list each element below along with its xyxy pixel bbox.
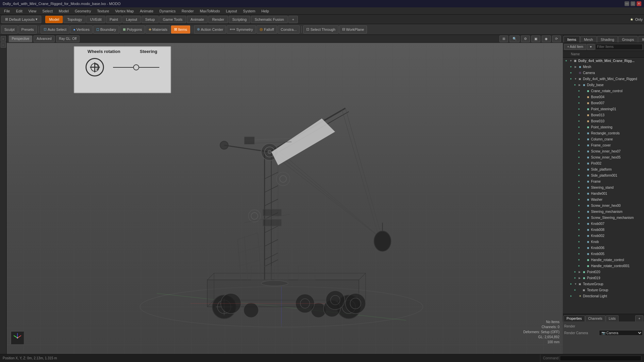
eye-knob006[interactable]: ●: [576, 245, 582, 250]
tree-item-knob007[interactable]: ● ◼ Knob007: [563, 221, 644, 227]
tree-item-directional-light[interactable]: ● ☀ Directional Light: [563, 293, 644, 299]
expand-bone004[interactable]: [582, 95, 586, 99]
maximize-button[interactable]: □: [631, 1, 635, 6]
tab-properties[interactable]: Properties: [564, 315, 585, 321]
menu-help[interactable]: Help: [259, 8, 272, 14]
tree-item-mesh[interactable]: ● ▶ ◼ Mesh: [563, 64, 644, 70]
expand-texture-group[interactable]: [578, 288, 582, 292]
eye-knob[interactable]: ●: [576, 239, 582, 244]
ray-gl-button[interactable]: Ray GL: Off: [56, 36, 80, 42]
viewport[interactable]: Perspective Advanced Ray GL: Off ⊞ 🔍 ⚙ ▣…: [7, 35, 563, 354]
expand-mesh[interactable]: ▶: [574, 65, 578, 69]
tab-mesh[interactable]: Mesh: [580, 36, 597, 43]
props-expand-btn[interactable]: +: [635, 315, 643, 321]
eye-frame[interactable]: ●: [576, 179, 582, 184]
tree-item-screw-steering[interactable]: ● ◼ Screw_Steering_mechanism: [563, 215, 644, 221]
tree-item-camera[interactable]: ● ⊡ Camera: [563, 70, 644, 76]
eye-dolly-base[interactable]: ●: [572, 82, 578, 87]
menu-system[interactable]: System: [240, 8, 258, 14]
expand-point-steering01[interactable]: [582, 107, 586, 111]
eye-handle-rotate001[interactable]: ●: [576, 263, 582, 268]
eye-texture-group[interactable]: ●: [572, 287, 578, 293]
eye-texture-group-item[interactable]: ●: [568, 281, 574, 287]
expand-pin002[interactable]: [582, 161, 586, 165]
tree-item-handle-rotate[interactable]: ● ◼ Handle_rotate_control: [563, 257, 644, 263]
items-tree[interactable]: ● ▼ ▣ Dolly_4x4_with_Mini_Crane_Rigg... …: [563, 58, 644, 314]
expand-knob008[interactable]: [582, 228, 586, 232]
presets-button[interactable]: Presets: [18, 25, 37, 34]
tree-item-point019[interactable]: ● ▶ ◼ Point019: [563, 275, 644, 281]
tree-item-handle001[interactable]: ● ◼ Handle001: [563, 190, 644, 196]
tree-item-steering-mechanism[interactable]: ● ◼ Steering_mechanism: [563, 208, 644, 215]
eye-side-platform[interactable]: ●: [576, 167, 582, 172]
eye-screw-hex05[interactable]: ●: [576, 155, 582, 160]
expand-bone010[interactable]: [582, 119, 586, 123]
tab-topology[interactable]: Topology: [63, 16, 86, 23]
vp-icon-3[interactable]: ⚙: [521, 36, 530, 42]
eye-icon-mesh[interactable]: ●: [568, 64, 574, 69]
expand-dolly-base[interactable]: ▶: [578, 83, 582, 87]
eye-knob005[interactable]: ●: [576, 251, 582, 256]
expand-washer[interactable]: [582, 197, 586, 201]
eye-screw-steering[interactable]: ●: [576, 215, 582, 220]
tab-gametools[interactable]: Game Tools: [159, 16, 186, 23]
tab-items[interactable]: Items: [564, 36, 580, 43]
tree-item-column-crane[interactable]: ● ◼ Column_crane: [563, 136, 644, 142]
tree-item-root[interactable]: ● ▼ ▣ Dolly_4x4_with_Mini_Crane_Rigg...: [563, 58, 644, 64]
expand-bone013[interactable]: [582, 113, 586, 117]
tree-item-side-platform[interactable]: ● ◼ Side_platform: [563, 166, 644, 172]
eye-steering-stand[interactable]: ●: [576, 185, 582, 190]
tree-item-screw-hex00[interactable]: ● ◼ Screw_inner_hex00: [563, 202, 644, 208]
expand-steering-mechanism[interactable]: [582, 209, 586, 214]
expand-side-platform[interactable]: [582, 167, 586, 171]
eye-handle-rotate[interactable]: ●: [576, 257, 582, 262]
boundary-button[interactable]: ◻ Boundary: [93, 25, 119, 34]
close-button[interactable]: ✕: [637, 1, 641, 6]
tree-item-bone013[interactable]: ● ◼ Bone013: [563, 112, 644, 118]
materials-button[interactable]: ◈ Materials: [146, 25, 170, 34]
tree-item-bone004[interactable]: ● ◼ Bone004: [563, 94, 644, 100]
tree-item-knob008[interactable]: ● ◼ Knob008: [563, 227, 644, 233]
expand-handle-rotate[interactable]: [582, 258, 586, 262]
tab-layout[interactable]: Layout: [122, 16, 141, 23]
eye-column-crane[interactable]: ●: [576, 136, 582, 142]
tree-item-knob002[interactable]: ● ◼ Knob002: [563, 233, 644, 239]
eye-steering-mechanism[interactable]: ●: [576, 209, 582, 214]
symmetry-button[interactable]: ⟺ Symmetry: [227, 25, 256, 34]
menu-select[interactable]: Select: [40, 8, 55, 14]
perspective-button[interactable]: Perspective: [9, 36, 32, 42]
menu-render[interactable]: Render: [179, 8, 197, 14]
polygons-button[interactable]: ◼ Polygons: [120, 25, 145, 34]
filter-items-input[interactable]: [595, 44, 643, 50]
eye-washer[interactable]: ●: [576, 197, 582, 202]
falloff-button[interactable]: ◎ Falloff: [257, 25, 277, 34]
sculpt-button[interactable]: Sculpt: [1, 25, 18, 34]
minimize-button[interactable]: —: [625, 1, 629, 6]
expand-knob002[interactable]: [582, 234, 586, 238]
left-tool-1[interactable]: +: [1, 36, 6, 42]
advanced-button[interactable]: Advanced: [34, 36, 54, 42]
vp-icon-6[interactable]: ⟳: [552, 36, 561, 42]
tree-item-dolly-rigged[interactable]: ● ▼ ▣ Dolly_4x4_with_Mini_Crane_Rigged: [563, 76, 644, 82]
autoselect-button[interactable]: ⊡ Auto Select: [41, 25, 69, 34]
tab-render[interactable]: Render: [208, 16, 228, 23]
menu-animate[interactable]: Animate: [137, 8, 156, 14]
tab-groups[interactable]: Groups: [618, 36, 638, 43]
eye-bone007[interactable]: ●: [576, 100, 582, 106]
expand-camera[interactable]: [574, 71, 578, 75]
tab-expand[interactable]: ⊞: [638, 36, 644, 43]
tree-item-frame[interactable]: ● ◼ Frame: [563, 178, 644, 184]
menu-file[interactable]: File: [1, 8, 13, 14]
menu-view[interactable]: View: [26, 8, 39, 14]
tab-animate[interactable]: Animate: [187, 16, 208, 23]
menu-geometry[interactable]: Geometry: [72, 8, 94, 14]
expand-column-crane[interactable]: [582, 137, 586, 141]
tab-scripting[interactable]: Scripting: [229, 16, 251, 23]
tree-item-washer[interactable]: ● ◼ Washer: [563, 196, 644, 202]
tree-item-frame-cover[interactable]: ● ◼ Frame_cover: [563, 142, 644, 148]
tree-item-texture-group[interactable]: ● ▣ Texture Group: [563, 287, 644, 293]
expand-dolly-rigged[interactable]: ▼: [574, 77, 578, 81]
expand-handle-rotate001[interactable]: [582, 264, 586, 268]
menu-maxtomodo[interactable]: MaxToModo: [197, 8, 223, 14]
menu-edit[interactable]: Edit: [13, 8, 25, 14]
